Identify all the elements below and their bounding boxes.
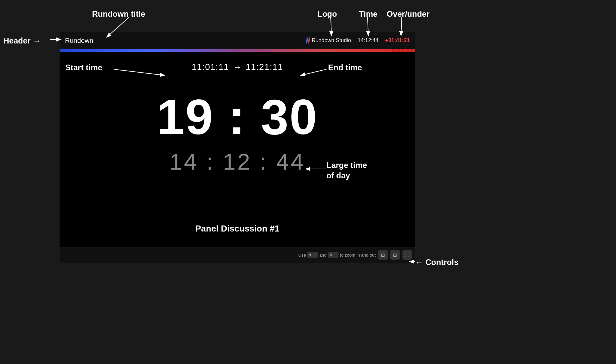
control-grid-btn[interactable]: ⊟ [390,250,400,260]
annotation-over-under: Over/under [387,9,430,19]
control-fit-btn[interactable]: ⊞ [378,250,388,260]
hint-use: Use [298,253,306,258]
controls-bar: Use ⌘ + and ⌘ - to zoom in and out ⊞ ⊟ ⛶ [60,247,415,263]
rundown-title: Rundown [65,37,93,44]
countdown-timer: 19 : 30 [157,92,318,142]
annotation-rundown-title: Rundown title [92,9,145,19]
start-time: 11:01:11 [191,62,229,72]
end-time: 11:21:11 [246,62,283,72]
hint-and: and [319,253,327,258]
time-range: 11:01:11 → 11:21:11 [191,62,283,72]
annotation-controls: ← Controls [415,258,458,267]
content-area: 11:01:11 → 11:21:11 19 : 30 14 : 12 : 44… [60,52,415,247]
main-display: Rundown Rundown Studio 14:12:44 +01:41:2… [60,32,415,263]
header-bar: Rundown Rundown Studio 14:12:44 +01:41:2… [60,32,415,49]
control-expand-btn[interactable]: ⛶ [402,250,412,260]
segment-title: Panel Discussion #1 [195,223,279,234]
progress-dot-5 [410,49,414,52]
time-of-day: 14 : 12 : 44 [169,149,305,175]
progress-dot-3 [401,49,404,52]
header-time: 14:12:44 [358,37,378,43]
progress-bar [60,49,415,52]
kbd-cmd-minus: ⌘ - [328,252,338,258]
annotation-large-time: Large time of day [326,160,367,181]
header-left: Rundown [65,37,93,44]
annotation-time: Time [359,9,378,19]
progress-dot-4 [406,49,409,52]
kbd-cmd-plus: ⌘ + [307,252,318,258]
time-range-arrow: → [233,62,242,72]
annotation-header: Header → [3,36,41,46]
hint-to: to zoom in and out [340,253,376,258]
header-right: Rundown Studio 14:12:44 +01:41:21 [306,37,410,43]
annotation-logo: Logo [317,9,337,19]
logo-name: Rundown Studio [312,37,351,43]
logo-stripe-red [308,37,310,43]
logo-area: Rundown Studio [306,37,351,43]
progress-dot-2 [396,49,400,52]
progress-dots [392,49,415,52]
progress-dot-1 [392,49,395,52]
controls-hint: Use ⌘ + and ⌘ - to zoom in and out [298,252,376,258]
over-under: +01:41:21 [385,37,410,43]
logo-icon [306,37,310,43]
